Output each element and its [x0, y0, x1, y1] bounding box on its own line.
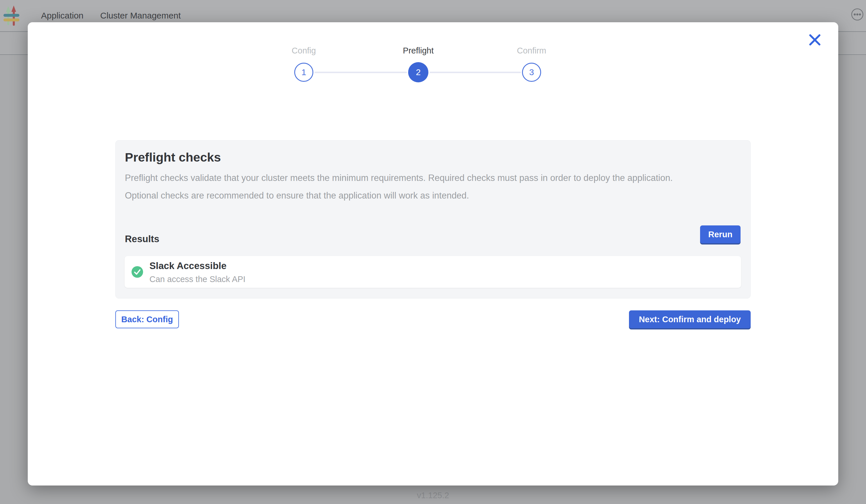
step-label-preflight: Preflight	[403, 46, 434, 56]
ellipsis-menu-icon	[851, 17, 864, 22]
preflight-modal: Config Preflight Confirm 1 2 3 Preflight…	[28, 22, 838, 485]
check-result-row: Slack Accessible Can access the Slack AP…	[125, 256, 741, 288]
step-label-config: Config	[292, 46, 316, 56]
step-circle-3[interactable]: 3	[522, 63, 541, 82]
step-connector	[430, 72, 521, 73]
check-texts: Slack Accessible Can access the Slack AP…	[149, 260, 245, 284]
close-icon	[808, 44, 822, 48]
step-label-confirm: Confirm	[517, 46, 546, 56]
card-description: Preflight checks validate that your clus…	[125, 169, 706, 204]
nav-tabs: Application Cluster Management	[41, 11, 181, 21]
results-heading: Results	[125, 234, 159, 245]
step-connector	[314, 72, 407, 73]
ellipsis-menu-button[interactable]	[851, 8, 864, 21]
rerun-button[interactable]: Rerun	[700, 225, 741, 243]
preflight-card: Preflight checks Preflight checks valida…	[115, 140, 751, 299]
card-title: Preflight checks	[125, 150, 741, 165]
version-label: v1.125.2	[0, 491, 866, 500]
check-title: Slack Accessible	[149, 260, 245, 272]
close-button[interactable]	[808, 33, 822, 47]
app-logo-icon	[3, 4, 23, 27]
next-button[interactable]: Next: Confirm and deploy	[629, 310, 751, 328]
step-circle-2[interactable]: 2	[408, 62, 429, 82]
back-button[interactable]: Back: Config	[115, 310, 179, 328]
check-circle-icon	[132, 266, 143, 278]
nav-item-cluster-management[interactable]: Cluster Management	[100, 11, 181, 21]
check-description: Can access the Slack API	[149, 275, 245, 284]
step-circle-1[interactable]: 1	[294, 63, 313, 82]
nav-item-application[interactable]: Application	[41, 11, 84, 21]
